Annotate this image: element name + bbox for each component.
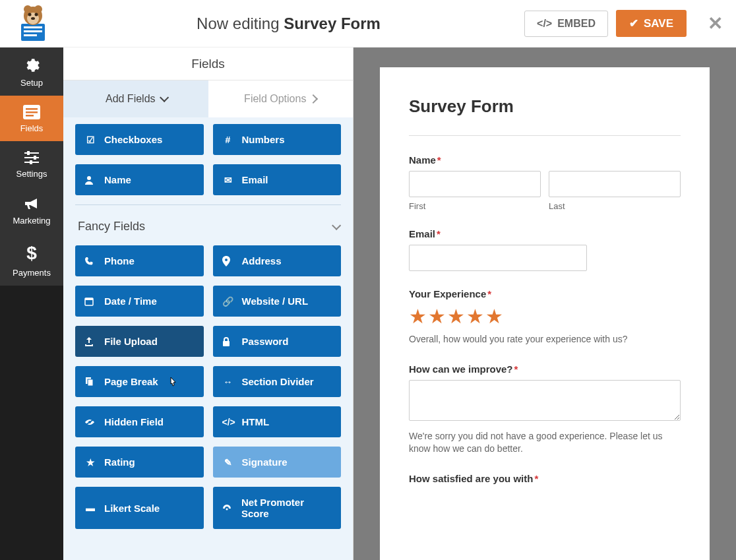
top-bar: Now editing Survey Form </> EMBED ✔ SAVE… (0, 0, 736, 47)
gear-icon (0, 57, 63, 74)
field-website-url[interactable]: 🔗Website / URL (213, 286, 342, 317)
field-net-promoter-score[interactable]: Net Promoter Score (213, 487, 342, 529)
check-square-icon: ☑ (84, 135, 96, 145)
form-canvas[interactable]: Survey Form Name* First Last Email* (380, 67, 710, 560)
satisfied-label: How satisfied are you with* (409, 473, 681, 484)
svg-rect-3 (24, 34, 37, 36)
fields-list[interactable]: ☑Checkboxes #Numbers Name ✉Email Fancy F… (63, 117, 353, 560)
sliders-icon (0, 150, 63, 165)
save-button[interactable]: ✔ SAVE (616, 10, 687, 37)
check-icon: ✔ (629, 16, 638, 30)
experience-label: Your Experience* (409, 288, 681, 299)
field-name-wrap: Name* First Last (409, 154, 681, 211)
svg-point-6 (34, 5, 42, 13)
field-email-wrap: Email* (409, 228, 681, 271)
close-button[interactable]: ✕ (708, 13, 723, 34)
form-divider (409, 135, 681, 136)
sidebar-label: Marketing (13, 216, 50, 226)
tab-add-fields[interactable]: Add Fields (63, 80, 208, 117)
list-icon (0, 105, 63, 119)
first-sublabel: First (409, 201, 541, 211)
bullhorn-icon (0, 196, 63, 212)
svg-point-28 (226, 509, 228, 511)
field-numbers[interactable]: #Numbers (213, 124, 342, 155)
sidebar-item-setup[interactable]: Setup (0, 47, 63, 96)
field-satisfied-wrap: How satisfied are you with* (409, 473, 681, 484)
field-password[interactable]: Password (213, 326, 342, 357)
svg-rect-14 (26, 115, 34, 117)
map-marker-icon (222, 256, 234, 266)
sidebar-item-marketing[interactable]: Marketing (0, 187, 63, 233)
svg-rect-24 (223, 341, 230, 346)
field-signature[interactable]: ✎Signature (213, 447, 342, 478)
app-logo (13, 4, 53, 44)
chevron-down-icon (332, 220, 338, 233)
link-icon: 🔗 (222, 296, 234, 307)
dollar-icon: $ (0, 243, 63, 264)
first-name-input[interactable] (409, 171, 541, 197)
svg-point-9 (35, 13, 38, 16)
svg-rect-2 (24, 30, 42, 32)
field-html[interactable]: </>HTML (213, 406, 342, 437)
improve-textarea[interactable] (409, 380, 681, 421)
sidebar-label: Settings (16, 169, 47, 179)
field-email[interactable]: ✉Email (213, 164, 342, 195)
sidebar-item-payments[interactable]: $ Payments (0, 233, 63, 286)
sidebar-label: Payments (13, 268, 51, 278)
tab-field-options[interactable]: Field Options (208, 80, 353, 117)
field-experience-wrap: Your Experience* ★ ★ ★ ★ ★ Overall, how … (409, 288, 681, 346)
star-icon[interactable]: ★ (428, 305, 446, 328)
embed-button[interactable]: </> EMBED (524, 11, 608, 37)
lock-icon (222, 337, 234, 346)
fancy-fields-section[interactable]: Fancy Fields (75, 204, 341, 245)
code-icon: </> (222, 417, 234, 427)
sidebar-label: Fields (20, 123, 44, 133)
field-rating[interactable]: ★Rating (75, 447, 204, 478)
svg-rect-13 (26, 111, 38, 113)
field-hidden-field[interactable]: Hidden Field (75, 406, 204, 437)
chevron-right-icon (310, 93, 317, 105)
upload-icon (84, 337, 96, 346)
field-section-divider[interactable]: ↔Section Divider (213, 366, 342, 397)
left-sidebar: Setup Fields Settings Marketing $ Paymen… (0, 47, 63, 560)
email-label: Email* (409, 228, 681, 239)
email-input[interactable] (409, 245, 587, 271)
field-improve-wrap: How can we improve?* We're sorry you did… (409, 363, 681, 456)
sidebar-item-fields[interactable]: Fields (0, 96, 63, 141)
sidebar-item-settings[interactable]: Settings (0, 141, 63, 187)
fields-panel: Fields Add Fields Field Options ☑Checkbo… (63, 47, 353, 560)
eye-slash-icon (84, 418, 96, 426)
field-file-upload[interactable]: File Upload (75, 326, 204, 357)
form-preview: Survey Form Name* First Last Email* (353, 47, 736, 560)
svg-point-21 (87, 176, 91, 180)
field-date-time[interactable]: Date / Time (75, 286, 204, 317)
panel-tabs: Add Fields Field Options (63, 80, 353, 117)
star-icon[interactable]: ★ (466, 305, 484, 328)
svg-point-5 (24, 5, 32, 13)
field-phone[interactable]: Phone (75, 245, 204, 276)
code-icon: </> (537, 18, 552, 30)
form-title: Survey Form (409, 96, 681, 117)
svg-rect-15 (24, 152, 39, 154)
svg-rect-17 (24, 157, 39, 158)
field-page-break[interactable]: Page Break (75, 366, 204, 397)
star-rating[interactable]: ★ ★ ★ ★ ★ (409, 305, 681, 328)
field-name[interactable]: Name (75, 164, 204, 195)
user-icon (84, 175, 96, 185)
svg-point-10 (31, 17, 35, 20)
star-icon[interactable]: ★ (447, 305, 465, 328)
svg-rect-12 (26, 108, 38, 110)
field-address[interactable]: Address (213, 245, 342, 276)
last-name-input[interactable] (549, 171, 681, 197)
svg-rect-26 (88, 379, 93, 386)
field-checkboxes[interactable]: ☑Checkboxes (75, 124, 204, 155)
improve-label: How can we improve?* (409, 363, 681, 375)
name-label: Name* (409, 154, 681, 166)
svg-rect-20 (30, 160, 32, 164)
field-likert-scale[interactable]: ▬Likert Scale (75, 487, 204, 529)
chevron-down-icon (160, 93, 166, 105)
hash-icon: # (222, 135, 234, 145)
star-icon[interactable]: ★ (485, 305, 503, 328)
star-icon[interactable]: ★ (409, 305, 427, 328)
experience-help: Overall, how would you rate your experie… (409, 333, 681, 346)
